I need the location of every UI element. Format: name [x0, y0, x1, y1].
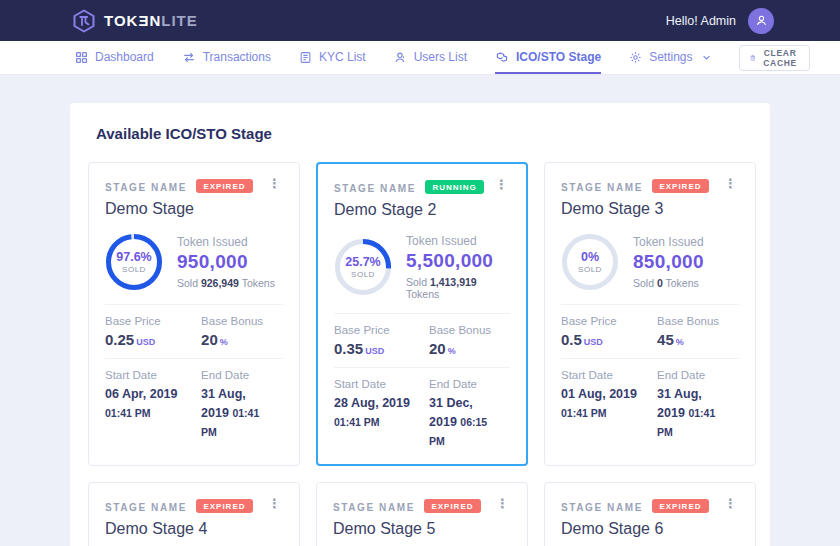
card-menu-dots-icon[interactable]: ⋮ [266, 177, 283, 190]
stage-title: Demo Stage 6 [561, 520, 739, 538]
sold-caps-label: SOLD [578, 265, 602, 274]
base-price-value: 0.35 [334, 340, 363, 357]
start-date-value: 06 Apr, 2019 [105, 387, 178, 401]
app-logo[interactable]: TOKƎNLITE [72, 9, 198, 33]
price-section: Base Price 0.35USD Base Bonus 20% [334, 313, 510, 357]
nav-item-users-list[interactable]: Users List [394, 41, 467, 74]
end-date-label: End Date [429, 378, 510, 390]
token-issued-value: 950,000 [177, 251, 275, 273]
base-bonus-value: 20 [201, 331, 218, 348]
donut-row: 0% SOLD Token Issued 850,000 Sold 0 Toke… [561, 233, 739, 291]
tokenlite-logo-icon [72, 9, 96, 33]
users-list-icon [394, 51, 407, 64]
dates-section: Start Date 01 Aug, 2019 01:41 PM End Dat… [561, 358, 739, 441]
stage-name-label: STAGE NAME [334, 183, 416, 194]
nav-item-settings[interactable]: Settings [629, 41, 710, 74]
end-date-label: End Date [201, 369, 283, 381]
start-date-value: 01 Aug, 2019 [561, 387, 637, 401]
nav-item-label: ICO/STO Stage [516, 50, 601, 64]
clear-cache-label: CLEAR CACHE [761, 48, 799, 68]
sold-caps-label: SOLD [122, 265, 146, 274]
card-menu-dots-icon[interactable]: ⋮ [722, 497, 739, 510]
base-price-value: 0.5 [561, 331, 582, 348]
dates-section: Start Date 28 Aug, 2019 01:41 PM End Dat… [334, 367, 510, 450]
base-price-label: Base Price [105, 315, 201, 327]
nav-item-ico-sto-stage[interactable]: ICO/STO Stage [495, 41, 601, 74]
nav-item-label: Transactions [203, 50, 271, 64]
logo-text: TOKƎNLITE [104, 12, 198, 29]
start-time-value: 01:41 PM [561, 407, 607, 419]
transactions-icon [182, 51, 196, 64]
start-date-label: Start Date [105, 369, 201, 381]
sold-tokens-line: Sold 1,413,919 Tokens [406, 276, 510, 300]
status-badge: EXPIRED [424, 499, 480, 513]
donut-row: 97.6% SOLD Token Issued 950,000 Sold 926… [105, 233, 283, 291]
sold-donut-chart: 25.7% SOLD [334, 238, 392, 296]
stage-title: Demo Stage 5 [333, 520, 511, 538]
nav-item-kyc-list[interactable]: KYC List [299, 41, 366, 74]
base-price-value: 0.25 [105, 331, 134, 348]
stage-name-label: STAGE NAME [561, 502, 643, 513]
stage-card[interactable]: STAGE NAME EXPIRED ⋮ Demo Stage 3 0% SOL… [544, 162, 756, 466]
status-badge: EXPIRED [196, 499, 252, 513]
status-badge: EXPIRED [652, 499, 708, 513]
stage-name-label: STAGE NAME [105, 502, 187, 513]
start-date-value: 28 Aug, 2019 [334, 396, 410, 410]
stage-name-label: STAGE NAME [561, 182, 643, 193]
base-price-unit: USD [365, 346, 384, 356]
base-bonus-label: Base Bonus [429, 324, 510, 336]
token-issued-value: 5,500,000 [406, 250, 510, 272]
token-issued-label: Token Issued [177, 235, 275, 249]
base-price-unit: USD [584, 337, 603, 347]
kyc-list-icon [299, 51, 312, 64]
chevron-down-icon [700, 53, 711, 62]
nav-item-dashboard[interactable]: Dashboard [75, 41, 154, 74]
stage-cards-grid: STAGE NAME EXPIRED ⋮ Demo Stage 97.6% SO… [88, 162, 756, 546]
dates-section: Start Date 06 Apr, 2019 01:41 PM End Dat… [105, 358, 283, 441]
card-header: STAGE NAME EXPIRED ⋮ [105, 177, 283, 195]
greeting-text: Hello! Admin [666, 14, 736, 28]
card-menu-dots-icon[interactable]: ⋮ [722, 177, 739, 190]
sold-tokens-value: 1,413,919 [430, 276, 477, 288]
base-bonus-label: Base Bonus [201, 315, 283, 327]
stage-card[interactable]: STAGE NAME EXPIRED ⋮ Demo Stage 5 0% SOL… [316, 482, 528, 546]
card-header: STAGE NAME RUNNING ⋮ [334, 178, 510, 196]
stage-card[interactable]: STAGE NAME EXPIRED ⋮ Demo Stage 97.6% SO… [88, 162, 300, 466]
stage-name-label: STAGE NAME [333, 502, 415, 513]
base-bonus-label: Base Bonus [657, 315, 739, 327]
card-header: STAGE NAME EXPIRED ⋮ [561, 177, 739, 195]
status-badge: EXPIRED [196, 179, 252, 193]
card-menu-dots-icon[interactable]: ⋮ [493, 178, 510, 191]
stage-card[interactable]: STAGE NAME EXPIRED ⋮ Demo Stage 6 0% SOL… [544, 482, 756, 546]
user-icon [755, 14, 768, 27]
card-menu-dots-icon[interactable]: ⋮ [266, 497, 283, 510]
stage-card[interactable]: STAGE NAME EXPIRED ⋮ Demo Stage 4 0% SOL… [88, 482, 300, 546]
sold-percent: 25.7% [345, 255, 380, 269]
stage-title: Demo Stage 4 [105, 520, 283, 538]
content-panel: Available ICO/STO Stage STAGE NAME EXPIR… [70, 103, 770, 546]
clear-cache-button[interactable]: CLEAR CACHE [739, 45, 811, 71]
main-nav: DashboardTransactionsKYC ListUsers ListI… [0, 41, 840, 75]
card-header: STAGE NAME EXPIRED ⋮ [561, 497, 739, 515]
card-header: STAGE NAME EXPIRED ⋮ [333, 497, 511, 515]
sold-percent: 0% [581, 250, 599, 264]
start-time-value: 01:41 PM [105, 407, 151, 419]
settings-icon [629, 51, 642, 64]
card-menu-dots-icon[interactable]: ⋮ [494, 497, 511, 510]
nav-item-transactions[interactable]: Transactions [182, 41, 271, 74]
nav-item-label: Dashboard [95, 50, 154, 64]
stage-title: Demo Stage [105, 200, 283, 218]
base-bonus-unit: % [220, 337, 228, 347]
price-section: Base Price 0.25USD Base Bonus 20% [105, 304, 283, 348]
stage-title: Demo Stage 2 [334, 201, 510, 219]
stage-title: Demo Stage 3 [561, 200, 739, 218]
status-badge: EXPIRED [652, 179, 708, 193]
ico-stage-icon [495, 51, 509, 64]
user-avatar[interactable] [748, 8, 774, 34]
stage-name-label: STAGE NAME [105, 182, 187, 193]
trash-icon [750, 52, 756, 64]
sold-tokens-line: Sold 926,949 Tokens [177, 277, 275, 289]
stage-card[interactable]: STAGE NAME RUNNING ⋮ Demo Stage 2 25.7% … [316, 162, 528, 466]
page-title: Available ICO/STO Stage [96, 125, 756, 142]
card-header: STAGE NAME EXPIRED ⋮ [105, 497, 283, 515]
